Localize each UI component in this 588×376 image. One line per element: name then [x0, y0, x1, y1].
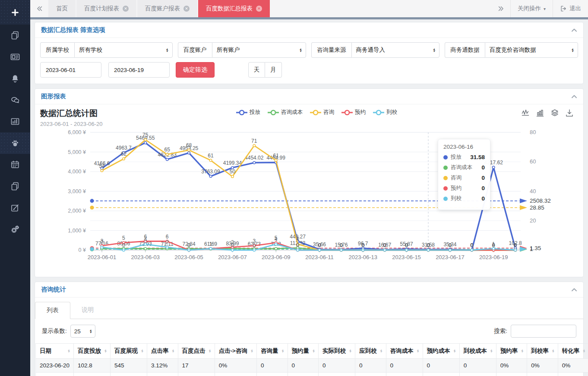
logout-button[interactable]: 退出: [553, 0, 588, 17]
tooltip-date: 2023-06-16: [443, 144, 485, 150]
svg-text:2508.32: 2508.32: [530, 197, 551, 204]
line-chart-icon[interactable]: [521, 109, 530, 119]
add-button[interactable]: [0, 0, 30, 25]
column-header-6[interactable]: 咨询量▴▾: [257, 344, 288, 359]
column-header-5[interactable]: 点击->咨询▴▾: [215, 344, 256, 359]
search-input[interactable]: [511, 325, 576, 338]
table-cell: 0: [319, 359, 355, 373]
column-label: 咨询成本: [390, 347, 414, 355]
sidebar-item-messages[interactable]: [0, 89, 30, 111]
column-header-15[interactable]: 转化率▴▾: [558, 344, 588, 359]
bell-icon: [10, 73, 20, 84]
tab-close-icon[interactable]: ✕: [256, 6, 262, 12]
tooltip-row-4: 到校0: [443, 195, 485, 202]
sort-icon[interactable]: ▴▾: [346, 349, 351, 353]
table-cell: 0%: [558, 373, 588, 376]
column-header-1[interactable]: 百度投放▴▾: [74, 344, 111, 359]
svg-text:1,000 ¥: 1,000 ¥: [68, 228, 86, 234]
column-header-3[interactable]: 点击率▴▾: [147, 344, 178, 359]
sort-icon[interactable]: ▴▾: [169, 349, 174, 353]
svg-text:1: 1: [209, 241, 212, 247]
legend-marker-icon: [341, 110, 353, 116]
caret-down-icon: ▾: [544, 6, 546, 11]
sort-icon[interactable]: ▴▾: [278, 349, 284, 353]
column-header-10[interactable]: 咨询成本▴▾: [386, 344, 423, 359]
tab-item-2[interactable]: 百度账户报表✕: [137, 0, 197, 17]
legend-item-4[interactable]: 到校: [373, 109, 397, 116]
sort-icon[interactable]: ▴▾: [205, 349, 211, 353]
date-to-input[interactable]: [108, 62, 170, 78]
column-header-8[interactable]: 实际到校▴▾: [319, 344, 355, 359]
month-toggle-button[interactable]: 月: [265, 62, 282, 78]
legend-item-3[interactable]: 预约: [341, 109, 366, 116]
column-label: 咨询量: [261, 347, 278, 355]
column-header-9[interactable]: 应到校▴▾: [355, 344, 386, 359]
column-header-4[interactable]: 百度点击▴▾: [178, 344, 215, 359]
sort-icon[interactable]: ▴▾: [138, 349, 143, 353]
column-header-14[interactable]: 到校率▴▾: [527, 344, 558, 359]
sort-icon[interactable]: ▴▾: [64, 349, 70, 353]
sort-icon[interactable]: ▴▾: [247, 349, 253, 353]
sidebar-item-edit[interactable]: [0, 197, 30, 219]
sidebar-item-analytics[interactable]: [0, 111, 30, 132]
collapse-chevron-icon[interactable]: [571, 28, 577, 32]
column-header-7[interactable]: 预约量▴▾: [288, 344, 319, 359]
date-from-input[interactable]: [40, 62, 101, 78]
legend-item-0[interactable]: 投放: [236, 109, 260, 116]
tab-close-icon[interactable]: ✕: [123, 6, 129, 12]
sidebar-item-reports[interactable]: [0, 25, 30, 46]
edit-icon: [10, 203, 20, 213]
tab-item-1[interactable]: 百度计划报表✕: [76, 0, 136, 17]
column-header-0[interactable]: 日期▴▾: [36, 344, 74, 359]
school-select[interactable]: 所有学校 ▴▾: [74, 42, 173, 58]
layers-icon[interactable]: [550, 109, 559, 119]
sort-icon[interactable]: ▴▾: [377, 349, 382, 353]
search-label: 搜索:: [494, 327, 507, 335]
sort-icon[interactable]: ▴▾: [518, 349, 523, 353]
tab-description[interactable]: 说明: [70, 302, 105, 319]
day-toggle-button[interactable]: 天: [248, 62, 265, 78]
sort-icon[interactable]: ▴▾: [487, 349, 492, 353]
sidebar-item-accounts[interactable]: [0, 46, 30, 68]
page-size-select[interactable]: 25 ▴▾: [70, 325, 95, 338]
tabs-scroll-left-button[interactable]: [30, 0, 48, 17]
inquiry-source-select[interactable]: 商务通导入 ▴▾: [351, 42, 440, 58]
line-chart[interactable]: 204060800 ¥1,000 ¥2,000 ¥3,000 ¥4,000 ¥5…: [35, 128, 583, 277]
sort-icon[interactable]: ▴▾: [414, 349, 419, 353]
series-color-dot-icon: [443, 186, 448, 191]
column-header-13[interactable]: 预约率▴▾: [496, 344, 527, 359]
column-header-11[interactable]: 预约成本▴▾: [423, 344, 459, 359]
sidebar-item-notifications[interactable]: [0, 68, 30, 89]
table-cell: 1: [319, 373, 355, 376]
sort-icon[interactable]: ▴▾: [579, 349, 585, 353]
tab-close-icon[interactable]: ✕: [183, 6, 190, 12]
sort-icon[interactable]: ▴▾: [101, 349, 106, 353]
tab-item-3[interactable]: 百度数据汇总报表✕: [198, 0, 270, 17]
download-icon[interactable]: [565, 109, 574, 119]
stats-tabs: 列表 说明: [35, 298, 583, 319]
sort-icon[interactable]: ▴▾: [450, 349, 455, 353]
sort-icon[interactable]: ▴▾: [309, 349, 314, 353]
account-filter-label: 百度账户: [178, 42, 212, 58]
legend-item-1[interactable]: 咨询成本: [267, 109, 303, 116]
sidebar-item-calendar[interactable]: [0, 154, 30, 175]
account-select[interactable]: 所有账户 ▴▾: [212, 42, 306, 58]
sort-icon[interactable]: ▴▾: [549, 349, 554, 353]
collapse-chevron-icon[interactable]: [571, 94, 577, 99]
bar-chart-icon[interactable]: [536, 109, 544, 119]
swt-data-select[interactable]: 百度竞价咨询数据 ▴▾: [485, 42, 578, 58]
tabs-scroll-right-button[interactable]: [492, 0, 510, 17]
column-header-12[interactable]: 到校成本▴▾: [459, 344, 496, 359]
svg-text:0: 0: [514, 242, 517, 248]
close-operations-dropdown[interactable]: 关闭操作 ▾: [510, 0, 553, 17]
collapse-chevron-icon[interactable]: [571, 288, 577, 292]
column-header-2[interactable]: 百度展现▴▾: [111, 344, 147, 359]
tab-item-0[interactable]: 首页: [48, 0, 76, 17]
sidebar-item-settings[interactable]: [0, 219, 30, 240]
sidebar-item-baidu[interactable]: [0, 132, 30, 154]
apply-filter-button[interactable]: 确定筛选: [176, 62, 215, 78]
column-label: 到校成本: [464, 347, 487, 355]
sidebar-item-documents[interactable]: [0, 175, 30, 197]
legend-item-2[interactable]: 咨询: [310, 109, 334, 116]
tab-list[interactable]: 列表: [35, 302, 70, 319]
